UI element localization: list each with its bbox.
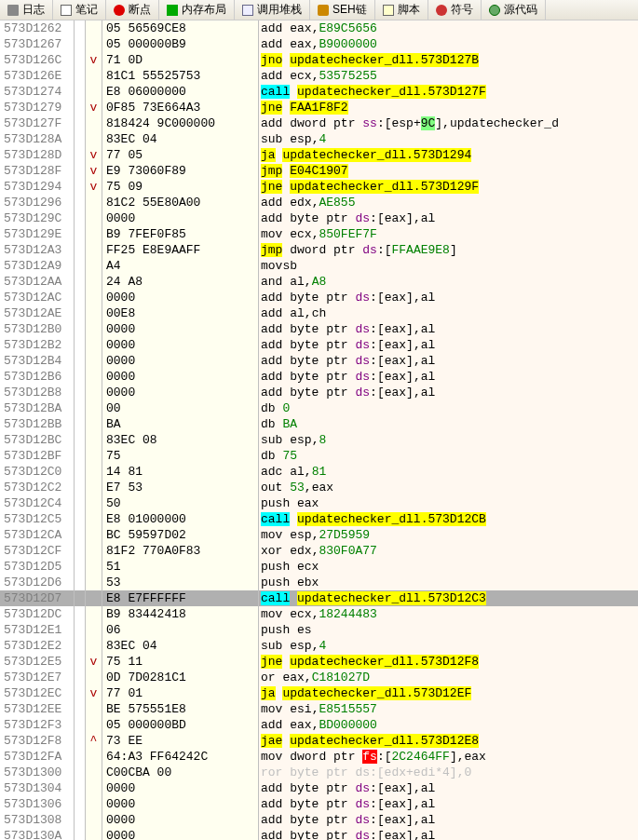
breakpoint-gutter[interactable] (75, 575, 86, 590)
tab-script[interactable]: 脚本 (375, 0, 428, 20)
breakpoint-gutter[interactable] (75, 52, 86, 68)
breakpoint-gutter[interactable] (75, 670, 86, 685)
disassembly-row[interactable]: 573D12B20000add byte ptr ds:[eax],al (0, 337, 638, 353)
breakpoint-gutter[interactable] (75, 717, 86, 733)
disassembly-row[interactable]: 573D126E81C1 55525753add ecx,53575255 (0, 68, 638, 84)
disassembly-row[interactable]: 573D12EEBE 575551E8mov esi,E8515557 (0, 701, 638, 717)
breakpoint-gutter[interactable] (75, 385, 86, 400)
breakpoint-gutter[interactable] (75, 590, 86, 606)
disassembly-row[interactable]: 573D12A3FF25 E8E9AAFFjmp dword ptr ds:[F… (0, 242, 638, 258)
breakpoint-gutter[interactable] (75, 100, 86, 115)
breakpoint-gutter[interactable] (75, 701, 86, 717)
disassembly-row[interactable]: 573D12BA00db 0 (0, 400, 638, 416)
breakpoint-gutter[interactable] (75, 448, 86, 464)
disassembly-row[interactable]: 573D12E106push es (0, 622, 638, 638)
disassembly-row[interactable]: 573D127F818424 9C000000add dword ptr ss:… (0, 115, 638, 131)
breakpoint-gutter[interactable] (75, 242, 86, 258)
breakpoint-gutter[interactable] (75, 495, 86, 511)
breakpoint-gutter[interactable] (75, 685, 86, 701)
disassembly-row[interactable]: 573D12CABC 59597D02mov esp,27D5959 (0, 527, 638, 543)
breakpoint-gutter[interactable] (75, 733, 86, 749)
tab-callstack[interactable]: 调用堆栈 (235, 0, 310, 20)
disassembly-row[interactable]: 573D12F8^73 EEjae updatechecker_dll.573D… (0, 733, 638, 749)
breakpoint-gutter[interactable] (75, 36, 86, 52)
disassembly-row[interactable]: 573D1294v75 09jne updatechecker_dll.573D… (0, 179, 638, 195)
breakpoint-gutter[interactable] (75, 131, 86, 147)
breakpoint-gutter[interactable] (75, 543, 86, 559)
breakpoint-gutter[interactable] (75, 210, 86, 226)
breakpoint-gutter[interactable] (75, 464, 86, 480)
breakpoint-gutter[interactable] (75, 353, 86, 369)
breakpoint-gutter[interactable] (75, 226, 86, 242)
disassembly-row[interactable]: 573D12BF75db 75 (0, 448, 638, 464)
breakpoint-gutter[interactable] (75, 654, 86, 670)
breakpoint-gutter[interactable] (75, 780, 86, 796)
disassembly-row[interactable]: 573D12C450push eax (0, 495, 638, 511)
disassembly-row[interactable]: 573D12F305 000000BDadd eax,BD000000 (0, 717, 638, 733)
disassembly-row[interactable]: 573D12ECv77 01ja updatechecker_dll.573D1… (0, 685, 638, 701)
disassembly-row[interactable]: 573D126705 000000B9add eax,B9000000 (0, 36, 638, 52)
breakpoint-gutter[interactable] (75, 290, 86, 305)
disassembly-row[interactable]: 573D12C2E7 53out 53,eax (0, 480, 638, 495)
breakpoint-gutter[interactable] (75, 765, 86, 780)
tab-breakpoint[interactable]: 断点 (106, 0, 159, 20)
disassembly-row[interactable]: 573D126Cv71 0Djno updatechecker_dll.573D… (0, 52, 638, 68)
disassembly-row[interactable]: 573D13060000add byte ptr ds:[eax],al (0, 796, 638, 812)
disassembly-row[interactable]: 573D12AA24 A8and al,A8 (0, 274, 638, 290)
disassembly-row[interactable]: 573D12B60000add byte ptr ds:[eax],al (0, 369, 638, 385)
disassembly-row[interactable]: 573D12C014 81adc al,81 (0, 464, 638, 480)
disassembly-row[interactable]: 573D12E283EC 04sub esp,4 (0, 638, 638, 654)
breakpoint-gutter[interactable] (75, 115, 86, 131)
disassembly-row[interactable]: 573D1274E8 06000000call updatechecker_dl… (0, 84, 638, 100)
disassembly-row[interactable]: 573D12AE00E8add al,ch (0, 305, 638, 321)
breakpoint-gutter[interactable] (75, 527, 86, 543)
disassembly-row[interactable]: 573D130A0000add byte ptr ds:[eax],al (0, 828, 638, 840)
breakpoint-gutter[interactable] (75, 812, 86, 828)
disassembly-row[interactable]: 573D12FA64:A3 FF64242Cmov dword ptr fs:[… (0, 749, 638, 765)
breakpoint-gutter[interactable] (75, 20, 86, 36)
disassembly-row[interactable]: 573D12BBBAdb BA (0, 416, 638, 432)
breakpoint-gutter[interactable] (75, 480, 86, 495)
disassembly-row[interactable]: 573D126205 56569CE8add eax,E89C5656 (0, 20, 638, 36)
disassembly-row[interactable]: 573D12B40000add byte ptr ds:[eax],al (0, 353, 638, 369)
tab-source[interactable]: 源代码 (482, 0, 546, 20)
disassembly-row[interactable]: 573D12A9A4movsb (0, 258, 638, 274)
breakpoint-gutter[interactable] (75, 400, 86, 416)
disassembly-row[interactable]: 573D12C5E8 01000000call updatechecker_dl… (0, 511, 638, 527)
disassembly-row[interactable]: 573D13040000add byte ptr ds:[eax],al (0, 780, 638, 796)
disassembly-view[interactable]: 573D126205 56569CE8add eax,E89C5656573D1… (0, 20, 638, 840)
disassembly-row[interactable]: 573D128FvE9 73060F89jmp E04C1907 (0, 163, 638, 179)
breakpoint-gutter[interactable] (75, 258, 86, 274)
disassembly-row[interactable]: 573D12AC0000add byte ptr ds:[eax],al (0, 290, 638, 305)
breakpoint-gutter[interactable] (75, 274, 86, 290)
disassembly-row[interactable]: 573D128Dv77 05ja updatechecker_dll.573D1… (0, 147, 638, 163)
breakpoint-gutter[interactable] (75, 432, 86, 448)
disassembly-row[interactable]: 573D12B80000add byte ptr ds:[eax],al (0, 385, 638, 400)
breakpoint-gutter[interactable] (75, 147, 86, 163)
breakpoint-gutter[interactable] (75, 638, 86, 654)
disassembly-row[interactable]: 573D129EB9 7FEF0F85mov ecx,850FEF7F (0, 226, 638, 242)
breakpoint-gutter[interactable] (75, 179, 86, 195)
disassembly-row[interactable]: 573D12CF81F2 770A0F83xor edx,830F0A77 (0, 543, 638, 559)
breakpoint-gutter[interactable] (75, 68, 86, 84)
disassembly-row[interactable]: 573D12D653push ebx (0, 575, 638, 590)
breakpoint-gutter[interactable] (75, 511, 86, 527)
tab-symbol[interactable]: 符号 (428, 0, 482, 20)
disassembly-row[interactable]: 573D12D7E8 E7FFFFFFcall updatechecker_dl… (0, 590, 638, 606)
disassembly-row[interactable]: 573D12D551push ecx (0, 559, 638, 575)
tab-memory[interactable]: 内存布局 (159, 0, 235, 20)
breakpoint-gutter[interactable] (75, 337, 86, 353)
breakpoint-gutter[interactable] (75, 416, 86, 432)
tab-log[interactable]: 日志 (0, 0, 53, 20)
disassembly-row[interactable]: 573D12E70D 7D0281C1or eax,C181027D (0, 670, 638, 685)
breakpoint-gutter[interactable] (75, 796, 86, 812)
disassembly-row[interactable]: 573D128A83EC 04sub esp,4 (0, 131, 638, 147)
disassembly-row[interactable]: 573D1279v0F85 73E664A3jne FAA1F8F2 (0, 100, 638, 115)
breakpoint-gutter[interactable] (75, 195, 86, 210)
breakpoint-gutter[interactable] (75, 369, 86, 385)
disassembly-row[interactable]: 573D129681C2 55E80A00add edx,AE855 (0, 195, 638, 210)
breakpoint-gutter[interactable] (75, 828, 86, 840)
breakpoint-gutter[interactable] (75, 84, 86, 100)
disassembly-row[interactable]: 573D12BC83EC 08sub esp,8 (0, 432, 638, 448)
disassembly-row[interactable]: 573D12DCB9 83442418mov ecx,18244483 (0, 606, 638, 622)
